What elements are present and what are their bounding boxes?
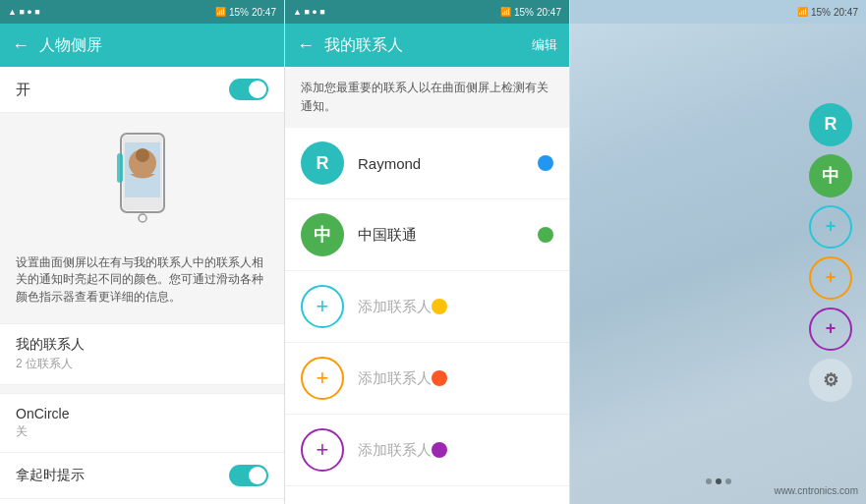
side-bubble-r[interactable]: R [809, 103, 852, 146]
my-contacts-section[interactable]: 我的联系人 2 位联系人 [0, 323, 284, 385]
middle-back-button[interactable]: ← [297, 35, 315, 56]
add-icon-2: + [317, 365, 329, 391]
oncircle-section[interactable]: OnCircle 关 [0, 393, 284, 453]
pickup-description: 如果在您拿起设备时有来自我的联系人的通知，则接收提示。 [0, 499, 284, 504]
svg-point-6 [136, 148, 149, 162]
add-icon-3: + [317, 437, 329, 463]
left-panel: ▲ ■ ● ■ 📶 15% 20:47 ← 人物侧屏 开 [0, 0, 285, 504]
right-wifi-icon: 📶 [797, 7, 808, 17]
side-bubble-zhong[interactable]: 中 [809, 154, 852, 197]
middle-header: ← 我的联系人 编辑 [285, 24, 569, 67]
oncircle-sub: 关 [16, 423, 268, 440]
middle-status-bar: ▲ ■ ● ■ 📶 15% 20:47 [285, 0, 569, 24]
raymond-dot [538, 155, 553, 171]
raymond-name: Raymond [358, 155, 538, 172]
svg-rect-4 [117, 153, 123, 183]
mid-notification-icons: ▲ ■ ● ■ [293, 7, 325, 17]
toggle-label: 开 [16, 81, 30, 99]
gear-icon: ⚙ [823, 369, 838, 391]
unicom-name: 中国联通 [358, 226, 538, 245]
side-bubble-add-3[interactable]: + [809, 308, 852, 351]
pickup-toggle-switch[interactable] [229, 465, 268, 486]
middle-panel: ▲ ■ ● ■ 📶 15% 20:47 ← 我的联系人 编辑 添加您最重要的联系… [285, 0, 570, 504]
left-status-right: 📶 15% 20:47 [215, 7, 276, 18]
pickup-toggle-row: 拿起时提示 [0, 453, 284, 499]
add-contact-text-3: 添加联系人 [358, 441, 432, 460]
main-toggle-switch[interactable] [229, 79, 268, 100]
middle-status-right: 📶 15% 20:47 [500, 7, 561, 18]
watermark: www.cntronics.com [774, 485, 858, 496]
left-title: 人物侧屏 [39, 35, 272, 56]
main-toggle-row: 开 [0, 67, 284, 113]
phone-svg [103, 129, 182, 237]
contact-desc-text: 添加您最重要的联系人以在曲面侧屏上检测有关通知。 [301, 81, 548, 113]
left-status-icons: ▲ ■ ● ■ [8, 7, 40, 17]
dot-1 [706, 478, 712, 484]
add-contact-item-3[interactable]: + 添加联系人 [285, 415, 569, 486]
left-time: 20:47 [252, 7, 276, 18]
svg-point-3 [139, 214, 146, 222]
side-bubbles-container: R 中 + + + ⚙ [809, 103, 852, 402]
side-bubble-add-1[interactable]: + [809, 205, 852, 249]
left-status-bar: ▲ ■ ● ■ 📶 15% 20:47 [0, 0, 284, 24]
phone-illustration [0, 113, 284, 245]
contact-item-raymond[interactable]: R Raymond [285, 128, 569, 199]
add-avatar-3: + [301, 428, 344, 472]
mid-wifi-icon: 📶 [500, 7, 511, 17]
left-back-button[interactable]: ← [12, 35, 29, 56]
raymond-avatar-letter: R [317, 153, 329, 174]
side-bubble-add-2[interactable]: + [809, 256, 852, 300]
side-bubble-add-3-icon: + [826, 318, 837, 339]
description-text: 设置曲面侧屏以在有与我的联系人中的联系人相关的通知时亮起不同的颜色。您可通过滑动… [16, 256, 263, 303]
middle-status-icons: ▲ ■ ● ■ [293, 7, 325, 17]
contact-list: R Raymond 中 中国联通 + 添加联系人 + 添加联系人 [285, 128, 569, 504]
right-panel: 📶 15% 20:47 R 中 + + + ⚙ [570, 0, 866, 504]
unicom-avatar-letter: 中 [314, 223, 331, 247]
right-time: 20:47 [834, 7, 858, 18]
side-bubble-gear[interactable]: ⚙ [809, 359, 852, 402]
right-battery: 15% [811, 7, 831, 18]
contact-item-china-unicom[interactable]: 中 中国联通 [285, 199, 569, 271]
add-contact-item-1[interactable]: + 添加联系人 [285, 271, 569, 343]
right-status-bar: 📶 15% 20:47 [570, 0, 866, 24]
add-dot-3 [432, 442, 447, 458]
dot-3 [725, 478, 731, 484]
wifi-icon: 📶 [215, 7, 226, 17]
side-bubble-add-1-icon: + [826, 216, 837, 237]
dot-2 [716, 478, 722, 484]
add-avatar-1: + [301, 285, 344, 328]
add-dot-2 [432, 370, 447, 386]
unicom-avatar: 中 [301, 213, 344, 256]
left-battery: 15% [229, 7, 249, 18]
edit-button[interactable]: 编辑 [532, 36, 557, 54]
contact-description: 添加您最重要的联系人以在曲面侧屏上检测有关通知。 [285, 67, 569, 128]
my-contacts-sub: 2 位联系人 [16, 356, 268, 372]
unicom-dot [538, 227, 553, 243]
dots-indicator [706, 478, 731, 484]
side-bubble-zhong-letter: 中 [822, 164, 839, 188]
add-dot-1 [432, 299, 447, 314]
middle-time: 20:47 [537, 7, 561, 18]
add-contact-text-1: 添加联系人 [358, 298, 432, 316]
oncircle-title: OnCircle [16, 406, 268, 421]
left-header: ← 人物侧屏 [0, 24, 284, 67]
left-description: 设置曲面侧屏以在有与我的联系人中的联系人相关的通知时亮起不同的颜色。您可通过滑动… [0, 245, 284, 315]
middle-battery: 15% [514, 7, 534, 18]
middle-title: 我的联系人 [324, 35, 532, 56]
add-contact-text-2: 添加联系人 [358, 369, 432, 388]
notification-icons: ▲ ■ ● ■ [8, 7, 40, 17]
add-avatar-2: + [301, 357, 344, 400]
my-contacts-title: 我的联系人 [16, 336, 268, 354]
side-bubble-add-2-icon: + [826, 267, 837, 288]
add-contact-item-2[interactable]: + 添加联系人 [285, 343, 569, 415]
side-bubble-r-letter: R [825, 114, 837, 135]
add-icon-1: + [317, 294, 329, 319]
raymond-avatar: R [301, 141, 344, 185]
pickup-title: 拿起时提示 [16, 467, 85, 484]
